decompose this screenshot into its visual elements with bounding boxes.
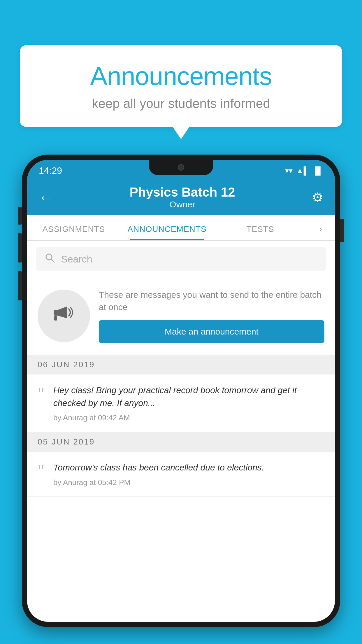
phone-screen: 14:29 ▾▾ ▲▌ ▐▌ ← Physics Batch 12 Owner …: [27, 160, 335, 622]
speech-bubble-container: Announcements keep all your students inf…: [20, 45, 342, 127]
tab-tests[interactable]: TESTS: [214, 225, 307, 240]
announcement-text-2: Tomorrow's class has been cancelled due …: [53, 461, 324, 474]
announcement-meta-1: by Anurag at 09:42 AM: [53, 413, 324, 422]
header-center: Physics Batch 12 Owner: [130, 185, 235, 209]
search-icon: [45, 253, 55, 266]
tabs-container: ASSIGNMENTS ANNOUNCEMENTS TESTS ›: [27, 215, 335, 241]
announcement-item-1: " Hey class! Bring your practical record…: [27, 374, 335, 432]
svg-rect-3: [54, 315, 57, 321]
status-icons: ▾▾ ▲▌ ▐▌: [285, 166, 323, 175]
megaphone-icon: [51, 300, 77, 332]
make-announcement-button[interactable]: Make an announcement: [99, 320, 324, 343]
volume-button: [340, 219, 344, 242]
tab-assignments[interactable]: ASSIGNMENTS: [27, 225, 120, 240]
tab-announcements[interactable]: ANNOUNCEMENTS: [120, 225, 214, 240]
phone-outer: 14:29 ▾▾ ▲▌ ▐▌ ← Physics Batch 12 Owner …: [22, 155, 340, 627]
phone-container: 14:29 ▾▾ ▲▌ ▐▌ ← Physics Batch 12 Owner …: [22, 155, 340, 644]
battery-icon: ▐▌: [312, 166, 323, 175]
promo-card: These are messages you want to send to t…: [27, 277, 335, 355]
date-divider-2: 05 JUN 2019: [27, 432, 335, 452]
speech-bubble: Announcements keep all your students inf…: [20, 45, 342, 127]
svg-rect-2: [54, 310, 57, 315]
announcement-item-2: " Tomorrow's class has been cancelled du…: [27, 452, 335, 497]
date-divider-1: 06 JUN 2019: [27, 355, 335, 374]
camera-dot: [178, 164, 184, 171]
quote-icon-1: ": [38, 385, 45, 422]
search-input-label: Search: [61, 253, 92, 265]
promo-icon-circle: [38, 290, 90, 342]
speech-bubble-subtitle: keep all your students informed: [37, 96, 325, 111]
quote-icon-2: ": [38, 462, 45, 487]
announcement-text-1: Hey class! Bring your practical record b…: [53, 384, 324, 409]
phone-notch: [149, 160, 213, 175]
status-time: 14:29: [39, 165, 62, 176]
wifi-icon: ▾▾: [285, 166, 293, 175]
app-header: ← Physics Batch 12 Owner ⚙: [27, 180, 335, 215]
promo-content: These are messages you want to send to t…: [99, 289, 324, 343]
promo-description: These are messages you want to send to t…: [99, 289, 324, 313]
announcement-content-1: Hey class! Bring your practical record b…: [53, 384, 324, 422]
settings-icon[interactable]: ⚙: [312, 190, 323, 205]
speech-bubble-title: Announcements: [37, 61, 325, 91]
power-button: [18, 207, 22, 225]
svg-line-1: [51, 259, 54, 262]
volume-up-button: [18, 233, 22, 262]
announcement-meta-2: by Anurag at 05:42 PM: [53, 478, 324, 487]
volume-down-button: [18, 271, 22, 300]
signal-icon: ▲▌: [296, 166, 309, 175]
search-bar[interactable]: Search: [36, 247, 326, 271]
header-title: Physics Batch 12: [130, 185, 235, 200]
back-button[interactable]: ←: [39, 189, 53, 205]
search-container: Search: [27, 241, 335, 277]
tab-more[interactable]: ›: [307, 225, 335, 240]
announcement-content-2: Tomorrow's class has been cancelled due …: [53, 461, 324, 487]
header-subtitle: Owner: [130, 200, 235, 209]
